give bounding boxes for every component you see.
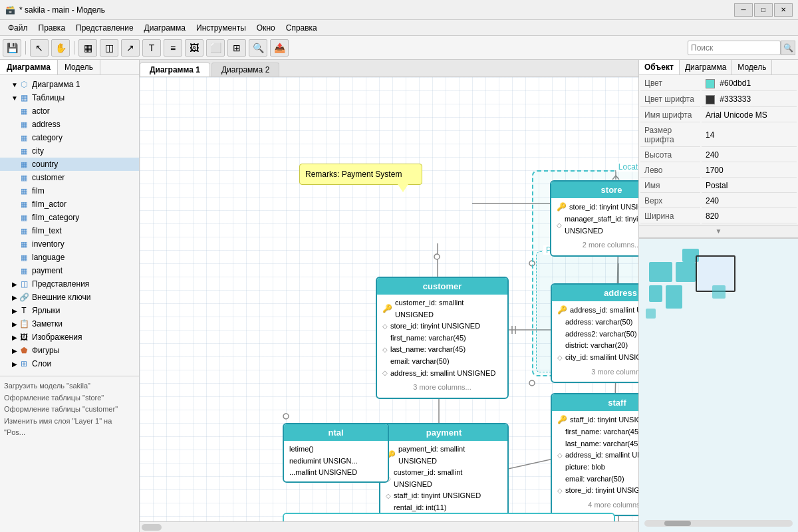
shapes-expand-icon[interactable]: ▶ [11, 347, 19, 354]
toolbar-image-button[interactable]: 🖼 [185, 39, 203, 57]
prop-color-value: #60dbd1 [702, 76, 797, 91]
titlebar-title: * sakila - main - Модель [19, 5, 105, 15]
sidebar-tables-label: Таблицы [32, 93, 65, 102]
table-payment[interactable]: payment 🔑 payment_id: smallint UNSIGNED … [379, 423, 509, 521]
toolbar-view-button[interactable]: ◫ [100, 39, 118, 57]
menu-diagram[interactable]: Диаграмма [139, 22, 191, 34]
sidebar-item-tags[interactable]: ▶ T Ярлыки [0, 304, 139, 317]
sidebar-log: Загрузить модель "sakila" Оформление таб… [0, 376, 139, 439]
menu-edit[interactable]: Правка [33, 22, 71, 34]
prop-width-label: Ширина [640, 209, 700, 223]
sidebar-item-city[interactable]: ▦ city [0, 144, 139, 158]
titlebar-controls[interactable]: ─ □ ✕ [734, 3, 793, 17]
sidebar-item-address[interactable]: ▦ address [0, 118, 139, 131]
customer-col-3: first_name: varchar(45) [390, 332, 466, 344]
table-staff[interactable]: staff 🔑 staff_id: tinyint UNSIGNED ◇ fir… [551, 393, 638, 516]
toolbar-text-button[interactable]: T [142, 39, 161, 57]
sidebar-item-film-actor[interactable]: ▦ film_actor [0, 198, 139, 211]
prop-font-color-value: #333333 [702, 92, 797, 107]
sidebar-tab-model[interactable]: Модель [58, 60, 100, 74]
fk-expand-icon[interactable]: ▶ [11, 294, 19, 301]
toolbar-table-button[interactable]: ▦ [78, 39, 97, 57]
diagram-tab-2[interactable]: Диаграмма 2 [211, 63, 279, 76]
toolbar-shape-button[interactable]: ⬜ [206, 39, 225, 57]
sidebar-item-country[interactable]: ▦ country [0, 158, 139, 171]
table-store[interactable]: store 🔑 store_id: tinyint UNSIGNED ◇ man… [550, 180, 638, 257]
sidebar-item-inventory[interactable]: ▦ inventory [0, 237, 139, 251]
tags-expand-icon[interactable]: ▶ [11, 307, 19, 315]
canvas[interactable]: Remarks: Payment System Location Postal … [140, 77, 638, 521]
menu-view[interactable]: Представление [70, 22, 139, 34]
horizontal-scrollbar[interactable] [140, 521, 638, 532]
sidebar-item-shapes[interactable]: ▶ ⬟ Фигуры [0, 344, 139, 357]
sidebar-item-views[interactable]: ▶ ◫ Представления [0, 277, 139, 291]
scrollbar-thumb-h[interactable] [142, 524, 162, 531]
sidebar-item-language[interactable]: ▦ language [0, 251, 139, 264]
table-customer-row-4: ◇ last_name: varchar(45) [382, 344, 502, 356]
notes-expand-icon[interactable]: ▶ [11, 321, 19, 328]
sidebar-item-images[interactable]: ▶ 🖼 Изображения [0, 331, 139, 344]
table-address[interactable]: address 🔑 address_id: smallint UNSIGNED … [551, 283, 638, 383]
table-rental-partial[interactable]: ntal letime() nediumint UNSIGN... ...mal… [283, 423, 389, 483]
right-panel-tab-diagram[interactable]: Диаграмма [680, 60, 732, 74]
images-expand-icon[interactable]: ▶ [11, 334, 19, 341]
table-customer[interactable]: customer 🔑 customer_id: smallint UNSIGNE… [376, 277, 509, 399]
minimap-scroll[interactable] [644, 520, 793, 527]
toolbar-export-button[interactable]: 📤 [270, 39, 289, 57]
menu-file[interactable]: Файл [3, 22, 33, 34]
menu-window[interactable]: Окно [251, 22, 281, 34]
payment-col-2: customer_id: smallint UNSIGNED [394, 467, 502, 490]
sidebar-item-film-category[interactable]: ▦ film_category [0, 211, 139, 224]
sidebar-item-tables[interactable]: ▼ ▦ Таблицы [0, 91, 139, 104]
table-store-row-2: ◇ manager_staff_id: tinyint UNSIGNED [557, 213, 638, 237]
minimize-button[interactable]: ─ [734, 3, 753, 17]
sidebar-item-layers[interactable]: ▶ ⊞ Слои [0, 357, 139, 370]
toolbar-grid-button[interactable]: ⊞ [227, 39, 246, 57]
sidebar-item-actor[interactable]: ▦ actor [0, 104, 139, 118]
toolbar-zoom-button[interactable]: 🔍 [249, 39, 267, 57]
expand-icon[interactable]: ▼ [11, 81, 19, 88]
search-icon[interactable]: 🔍 [781, 41, 795, 55]
menu-help[interactable]: Справка [281, 22, 323, 34]
layers-expand-icon[interactable]: ▶ [11, 360, 19, 368]
toolbar-note-button[interactable]: ≡ [164, 39, 182, 57]
sidebar-item-payment[interactable]: ▦ payment [0, 264, 139, 277]
toolbar-cursor-button[interactable]: ↖ [30, 39, 49, 57]
table-payment-header: payment [380, 424, 507, 441]
toolbar-save-button[interactable]: 💾 [3, 39, 21, 57]
diagram-tab-1[interactable]: Диаграмма 1 [140, 63, 210, 76]
sidebar-item-film-text[interactable]: ▦ film_text [0, 224, 139, 237]
table-bottom-empty[interactable] [283, 513, 615, 521]
table-staff-row-1: 🔑 staff_id: tinyint UNSIGNED [557, 414, 638, 426]
sidebar-item-notes[interactable]: ▶ 📋 Заметки [0, 317, 139, 331]
sidebar-item-category[interactable]: ▦ category [0, 131, 139, 144]
key-icon-store-1: 🔑 [557, 201, 567, 213]
payment-col-4: rental_id: int(11) [394, 502, 447, 514]
sidebar-item-customer[interactable]: ▦ customer [0, 171, 139, 184]
sidebar-tab-diagram[interactable]: Диаграмма [0, 60, 58, 74]
address-col-1: address_id: smallint UNSIGNED [570, 305, 638, 317]
sidebar-item-diagram1[interactable]: ▼ ⬡ Диаграмма 1 [0, 78, 139, 91]
tables-expand-icon[interactable]: ▼ [11, 94, 19, 102]
toolbar-pan-button[interactable]: ✋ [51, 39, 70, 57]
toolbar-relation-button[interactable]: ↗ [121, 39, 140, 57]
right-panel-scroll-indicator[interactable]: ▼ [639, 225, 798, 238]
sidebar-item-fk[interactable]: ▶ 🔗 Внешние ключи [0, 291, 139, 304]
properties-table: Цвет #60dbd1 Цвет шрифта #333333 Имя шри… [639, 75, 798, 225]
staff-col-3: last_name: varchar(45) [565, 438, 638, 450]
close-button[interactable]: ✕ [774, 3, 793, 17]
menu-tools[interactable]: Инструменты [191, 22, 251, 34]
note-box[interactable]: Remarks: Payment System [299, 164, 422, 185]
fk-icon-staff-7: ◇ [557, 485, 563, 496]
prop-font-name-label: Имя шрифта [640, 108, 700, 122]
staff-col-4: address_id: smallint UNSIGNED [565, 450, 638, 462]
table-payment-row-3: ◇ staff_id: tinyint UNSIGNED [386, 490, 502, 502]
staff-col-5: picture: blob [565, 462, 605, 473]
right-panel-tab-object[interactable]: Объект [639, 60, 680, 74]
maximize-button[interactable]: □ [754, 3, 773, 17]
right-panel-tab-model[interactable]: Модель [732, 60, 772, 74]
sidebar-item-film[interactable]: ▦ film [0, 184, 139, 198]
search-input[interactable] [688, 41, 781, 55]
log-item-3: Оформление таблицы "customer" [4, 404, 135, 416]
views-expand-icon[interactable]: ▶ [11, 281, 19, 288]
